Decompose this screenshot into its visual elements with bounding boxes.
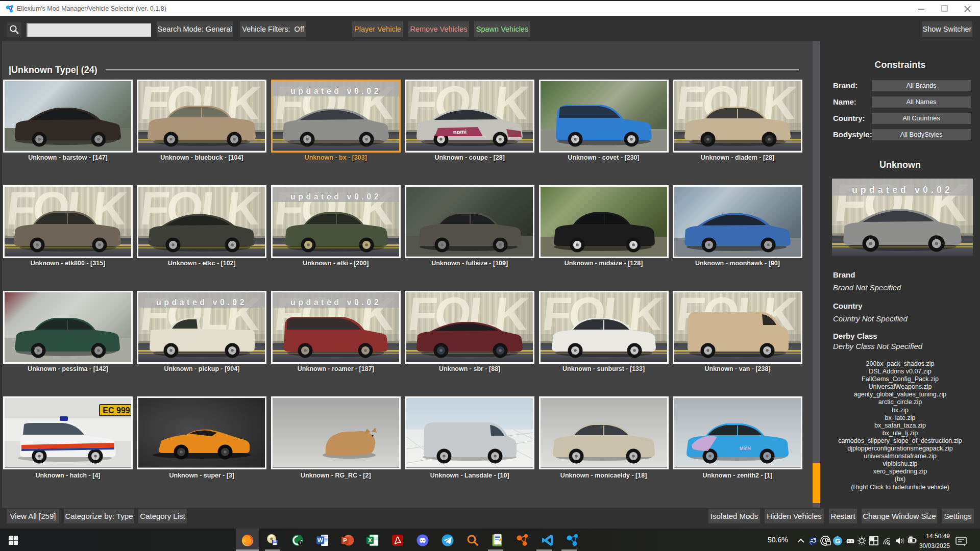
svg-text:updated v0.02: updated v0.02: [290, 298, 381, 307]
svg-text:P: P: [343, 537, 347, 543]
svg-text:X: X: [368, 537, 372, 543]
svg-text:updated v0.02: updated v0.02: [290, 192, 381, 201]
svg-text:updated v0.02: updated v0.02: [852, 185, 953, 195]
svg-text:updated v0.02: updated v0.02: [290, 87, 381, 95]
svg-text:W: W: [317, 537, 324, 544]
svg-text:updated v0.02: updated v0.02: [156, 298, 247, 307]
svg-text:G: G: [835, 537, 840, 545]
svg-text:EC 999: EC 999: [103, 406, 130, 415]
svg-text:MidN: MidN: [740, 445, 751, 451]
svg-text:nomi: nomi: [453, 129, 467, 135]
